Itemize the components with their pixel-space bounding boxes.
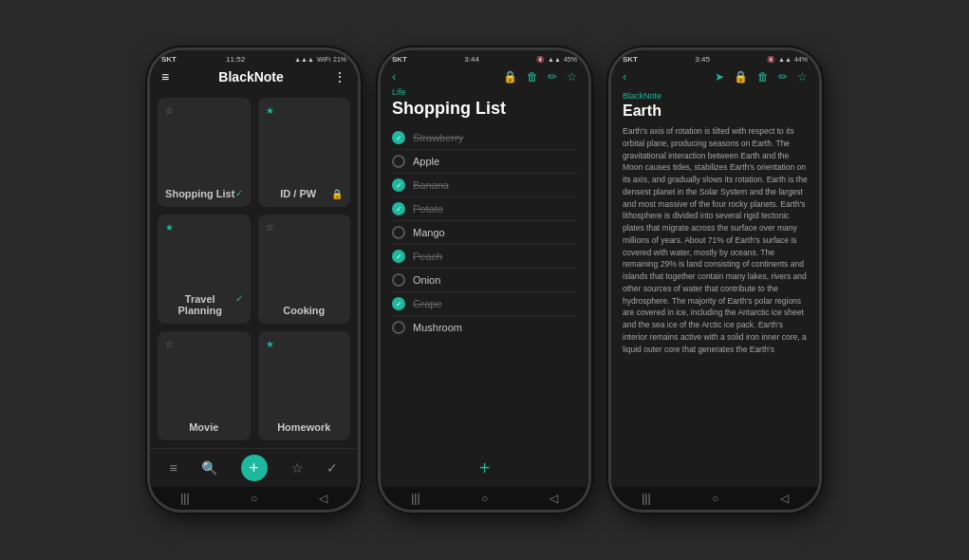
checkbox-strawberry[interactable]: ✓ — [392, 131, 405, 144]
star-icon-homework: ★ — [266, 339, 274, 349]
menu-nav-icon[interactable]: ≡ — [169, 460, 177, 476]
note-card-homework[interactable]: ★ Homework — [258, 331, 351, 440]
status-right-3: 🔇 ▲▲ 44% — [767, 56, 808, 64]
list-title: Shopping List — [392, 99, 577, 119]
back-button-2[interactable]: ‹ — [392, 69, 396, 84]
android-nav-3: ||| ○ ◁ — [611, 487, 819, 510]
list-tag: Life — [392, 87, 577, 97]
checkbox-grape[interactable]: ✓ — [392, 297, 405, 310]
list-content-area: Life Shopping List ✓ Strawberry Apple ✓ … — [381, 87, 588, 487]
android-home-1[interactable]: ○ — [251, 492, 257, 505]
note-bottom-cooking: Cooking — [266, 305, 344, 316]
android-back-2[interactable]: ||| — [411, 492, 419, 505]
carrier-2: SKT — [392, 55, 407, 64]
android-recents-1[interactable]: ◁ — [319, 492, 327, 505]
lock-icon-3[interactable]: 🔒 — [734, 70, 748, 84]
check-nav-icon[interactable]: ✓ — [326, 460, 338, 476]
star-icon-cooking: ☆ — [266, 222, 274, 233]
mute-icon-2: 🔇 — [536, 56, 545, 64]
list-item[interactable]: Mango — [392, 221, 577, 245]
time-1: 11:52 — [226, 55, 245, 64]
android-back-1[interactable]: ||| — [180, 492, 189, 505]
note-card-inner-cooking: ☆ — [266, 222, 344, 301]
note-card-travel[interactable]: ★ Travel Planning ✓ — [158, 215, 251, 324]
note-card-cooking[interactable]: ☆ Cooking — [258, 215, 351, 324]
item-text-strawberry: Strawberry — [413, 132, 463, 143]
time-2: 3:44 — [464, 55, 479, 64]
share-icon-3[interactable]: ☆ — [797, 70, 808, 84]
android-home-2[interactable]: ○ — [481, 492, 488, 505]
list-item[interactable]: ✓ Banana — [392, 174, 577, 197]
carrier-3: SKT — [623, 55, 638, 64]
list-item[interactable]: Apple — [392, 150, 577, 174]
list-item[interactable]: ✓ Strawberry — [392, 126, 577, 150]
list-item[interactable]: Onion — [392, 269, 577, 292]
battery-text-2: 45% — [564, 56, 577, 63]
status-bar-2: SKT 3:44 🔇 ▲▲ 45% — [381, 50, 588, 65]
send-icon-3[interactable]: ➤ — [715, 70, 724, 84]
star-nav-icon[interactable]: ☆ — [291, 460, 304, 476]
fab-add-button[interactable]: + — [241, 455, 268, 481]
battery-text-1: 21% — [333, 56, 346, 63]
article-title: Earth — [623, 103, 808, 120]
article-content-area: BlackNote Earth Earth's axis of rotation… — [611, 87, 819, 487]
note-bottom-homework: Homework — [266, 421, 344, 433]
star-icon-shopping: ☆ — [165, 105, 174, 116]
more-icon-1[interactable]: ⋮ — [333, 69, 346, 84]
check-icon-travel: ✓ — [235, 293, 243, 304]
signal-icon-3: ▲▲ — [778, 56, 792, 63]
note-card-shopping-list[interactable]: ☆ Shopping List ✓ — [158, 98, 251, 207]
lock-icon-2[interactable]: 🔒 — [503, 70, 517, 84]
checkbox-apple[interactable] — [392, 155, 405, 168]
list-item[interactable]: Mushroom — [392, 316, 577, 339]
checkbox-banana[interactable]: ✓ — [392, 178, 405, 192]
mute-icon-3: 🔇 — [767, 56, 775, 64]
action-bar-2: ‹ 🔒 🗑 ✏ ☆ — [381, 65, 588, 87]
note-card-idpw[interactable]: ★ ID / PW 🔒 — [258, 98, 351, 207]
status-bar-1: SKT 11:52 ▲▲▲ WiFi 21% — [150, 50, 358, 65]
checkbox-mango[interactable] — [392, 226, 405, 239]
share-icon-2[interactable]: ☆ — [567, 70, 577, 84]
add-item-button[interactable]: + — [381, 450, 588, 487]
list-item[interactable]: ✓ Grape — [392, 292, 577, 316]
status-bar-3: SKT 3:45 🔇 ▲▲ 44% — [611, 50, 819, 65]
android-nav-1: ||| ○ ◁ — [150, 487, 358, 510]
star-icon-movie: ☆ — [165, 339, 174, 349]
item-text-banana: Banana — [413, 179, 449, 191]
list-item[interactable]: ✓ Peach — [392, 245, 577, 269]
edit-icon-3[interactable]: ✏ — [778, 70, 788, 84]
note-card-movie[interactable]: ☆ Movie — [158, 331, 251, 440]
checkbox-potato[interactable]: ✓ — [392, 202, 405, 215]
menu-icon-1[interactable]: ≡ — [161, 69, 169, 84]
star-icon-idpw: ★ — [266, 105, 274, 116]
android-recents-2[interactable]: ◁ — [550, 492, 558, 505]
trash-icon-3[interactable]: 🗑 — [757, 70, 769, 84]
checkbox-peach[interactable]: ✓ — [392, 250, 405, 263]
item-text-peach: Peach — [413, 251, 442, 262]
note-card-inner-homework: ★ — [266, 339, 344, 418]
item-text-mushroom: Mushroom — [413, 322, 462, 333]
signal-icon-2: ▲▲ — [548, 56, 561, 63]
phone-1: SKT 11:52 ▲▲▲ WiFi 21% ≡ BlackNote ⋮ ☆ — [147, 47, 361, 513]
back-button-3[interactable]: ‹ — [623, 69, 626, 84]
note-bottom-idpw: ID / PW 🔒 — [266, 188, 344, 199]
bottom-nav-1: ≡ 🔍 + ☆ ✓ — [150, 448, 358, 487]
list-item[interactable]: ✓ Potato — [392, 197, 577, 221]
wifi-icon-1: WiFi — [317, 56, 330, 63]
search-nav-icon[interactable]: 🔍 — [201, 460, 217, 476]
android-recents-3[interactable]: ◁ — [780, 492, 789, 505]
note-title-movie: Movie — [165, 421, 243, 433]
status-right-1: ▲▲▲ WiFi 21% — [294, 56, 346, 63]
edit-icon-2[interactable]: ✏ — [548, 70, 557, 84]
action-icons-3: ➤ 🔒 🗑 ✏ ☆ — [715, 70, 808, 84]
note-title-idpw: ID / PW — [266, 188, 332, 199]
item-text-grape: Grape — [413, 298, 442, 309]
trash-icon-2[interactable]: 🗑 — [527, 70, 538, 84]
note-card-inner-travel: ★ — [165, 222, 243, 289]
android-home-3[interactable]: ○ — [712, 492, 718, 505]
android-back-3[interactable]: ||| — [642, 492, 650, 505]
checkbox-mushroom[interactable] — [392, 321, 405, 334]
note-card-inner: ☆ — [165, 105, 243, 184]
article-app-name: BlackNote — [623, 91, 808, 101]
checkbox-onion[interactable] — [392, 273, 405, 287]
